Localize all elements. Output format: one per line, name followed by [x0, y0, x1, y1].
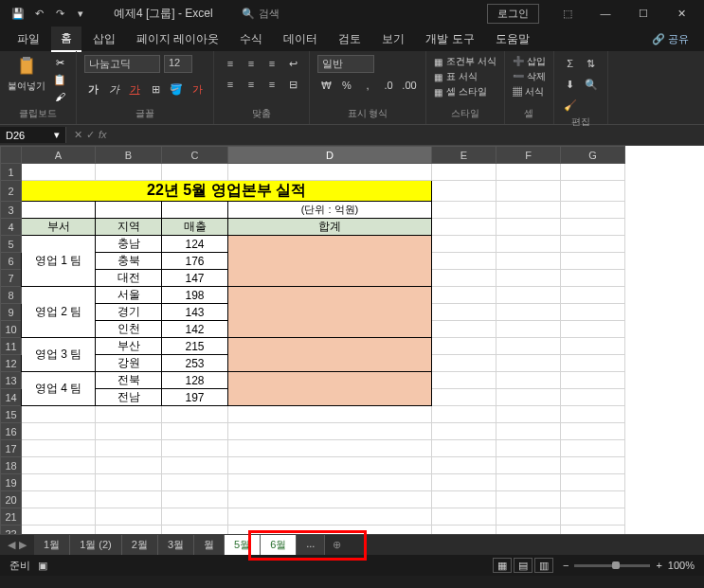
row-header[interactable]: 3	[1, 202, 22, 219]
tab-view[interactable]: 보기	[372, 27, 414, 51]
col-header[interactable]: G	[561, 147, 625, 164]
table-format-button[interactable]: ▦ 표 서식	[434, 70, 496, 83]
underline-button[interactable]: 가	[126, 80, 143, 98]
dec-decimal-icon[interactable]: .00	[401, 77, 418, 94]
sheet-tab[interactable]: 월	[194, 535, 225, 555]
format-cells-button[interactable]: ▦ 서식	[513, 85, 546, 98]
tab-formula[interactable]: 수식	[230, 27, 272, 51]
tab-review[interactable]: 검토	[329, 27, 370, 51]
row-header[interactable]: 21	[1, 508, 22, 526]
sheet-tab[interactable]: 1월	[34, 535, 70, 555]
row-header[interactable]: 17	[1, 440, 22, 457]
sheet-tab[interactable]: 2월	[122, 535, 158, 555]
record-macro-icon[interactable]: ▣	[38, 560, 47, 572]
row-header[interactable]: 12	[1, 355, 22, 372]
copy-icon[interactable]: 📋	[51, 72, 68, 87]
sheet-tab[interactable]: 1월 (2)	[70, 535, 122, 555]
row-header[interactable]: 14	[1, 389, 22, 406]
number-format-select[interactable]: 일반	[317, 55, 374, 73]
col-header[interactable]: F	[496, 147, 561, 164]
close-icon[interactable]: ✕	[662, 0, 700, 27]
undo-icon[interactable]: ↶	[32, 7, 45, 20]
ribbon-options-icon[interactable]: ⬚	[549, 0, 587, 27]
search-box[interactable]: 🔍 검색	[232, 7, 289, 21]
redo-icon[interactable]: ↷	[53, 7, 66, 20]
row-header[interactable]: 5	[1, 236, 22, 253]
fx-icon[interactable]: fx	[99, 129, 107, 141]
page-layout-icon[interactable]: ▤	[514, 558, 533, 573]
row-header[interactable]: 7	[1, 270, 22, 287]
align-mid-icon[interactable]: ≡	[243, 55, 260, 72]
row-header[interactable]: 19	[1, 474, 22, 491]
fill-color-icon[interactable]: 🪣	[168, 80, 185, 98]
qat-dropdown-icon[interactable]: ▾	[74, 7, 87, 20]
sheet-tab[interactable]: 5월	[225, 535, 261, 555]
sheet-tab[interactable]: ...	[297, 535, 325, 555]
name-box[interactable]: D26▾	[0, 127, 66, 143]
zoom-out-icon[interactable]: −	[563, 560, 569, 571]
row-header[interactable]: 9	[1, 304, 22, 321]
autosum-icon[interactable]: Σ	[562, 55, 579, 72]
align-center-icon[interactable]: ≡	[243, 76, 260, 93]
border-icon[interactable]: ⊞	[147, 80, 164, 98]
align-top-icon[interactable]: ≡	[222, 55, 239, 72]
cond-format-button[interactable]: ▦ 조건부 서식	[434, 55, 496, 68]
cut-icon[interactable]: ✂	[51, 55, 68, 70]
tab-layout[interactable]: 페이지 레이아웃	[127, 27, 228, 51]
chevron-down-icon[interactable]: ▾	[54, 129, 60, 141]
col-header[interactable]: E	[432, 147, 496, 164]
sheet-nav-next-icon[interactable]: ▶	[19, 539, 27, 551]
tab-home[interactable]: 홈	[51, 27, 81, 52]
cell-style-button[interactable]: ▦ 셀 스타일	[434, 85, 496, 98]
row-header[interactable]: 2	[1, 181, 22, 202]
font-color-icon[interactable]: 가	[189, 80, 206, 98]
insert-cells-button[interactable]: ➕ 삽입	[513, 55, 546, 68]
percent-icon[interactable]: %	[338, 77, 355, 94]
accept-formula-icon[interactable]: ✓	[86, 129, 95, 141]
italic-button[interactable]: 가	[105, 80, 122, 98]
currency-icon[interactable]: ₩	[317, 77, 334, 94]
tab-file[interactable]: 파일	[8, 27, 49, 51]
row-header[interactable]: 6	[1, 253, 22, 270]
row-header[interactable]: 8	[1, 287, 22, 304]
align-left-icon[interactable]: ≡	[222, 76, 239, 93]
save-icon[interactable]: 💾	[11, 7, 25, 20]
sheet-tab[interactable]: 6월	[261, 535, 297, 555]
page-break-icon[interactable]: ▥	[534, 558, 553, 573]
clear-icon[interactable]: 🧹	[562, 97, 579, 114]
row-header[interactable]: 16	[1, 423, 22, 440]
normal-view-icon[interactable]: ▦	[493, 558, 512, 573]
inc-decimal-icon[interactable]: .0	[380, 77, 397, 94]
row-header[interactable]: 18	[1, 457, 22, 474]
unit-cell[interactable]: (단위 : 억원)	[228, 202, 432, 219]
align-bot-icon[interactable]: ≡	[263, 55, 280, 72]
font-name-select[interactable]: 나눔고딕	[84, 55, 160, 73]
tab-data[interactable]: 데이터	[274, 27, 327, 51]
zoom-slider[interactable]	[574, 564, 650, 567]
merge-icon[interactable]: ⊟	[284, 76, 301, 93]
row-header[interactable]: 4	[1, 219, 22, 236]
select-all-corner[interactable]	[1, 147, 22, 164]
format-painter-icon[interactable]: 🖌	[51, 89, 68, 104]
title-cell[interactable]: 22년 5월 영업본부 실적	[22, 181, 432, 202]
find-icon[interactable]: 🔍	[583, 76, 600, 93]
row-header[interactable]: 11	[1, 338, 22, 355]
paste-button[interactable]: 붙여넣기	[8, 55, 45, 93]
col-header[interactable]: D	[228, 147, 432, 164]
fill-icon[interactable]: ⬇	[562, 76, 579, 93]
row-header[interactable]: 1	[1, 164, 22, 181]
font-size-select[interactable]: 12	[164, 55, 192, 73]
cancel-formula-icon[interactable]: ✕	[74, 129, 82, 141]
maximize-icon[interactable]: ☐	[624, 0, 662, 27]
zoom-in-icon[interactable]: +	[656, 560, 661, 571]
delete-cells-button[interactable]: ➖ 삭제	[513, 70, 546, 83]
row-header[interactable]: 22	[1, 526, 22, 535]
minimize-icon[interactable]: —	[587, 0, 624, 27]
login-button[interactable]: 로그인	[487, 4, 539, 24]
comma-icon[interactable]: ,	[359, 77, 376, 94]
wrap-text-icon[interactable]: ↩	[284, 55, 301, 72]
add-sheet-icon[interactable]: ⊕	[325, 539, 349, 551]
share-button[interactable]: 🔗 공유	[644, 28, 696, 50]
sheet-tab[interactable]: 3월	[158, 535, 194, 555]
row-header[interactable]: 13	[1, 372, 22, 389]
